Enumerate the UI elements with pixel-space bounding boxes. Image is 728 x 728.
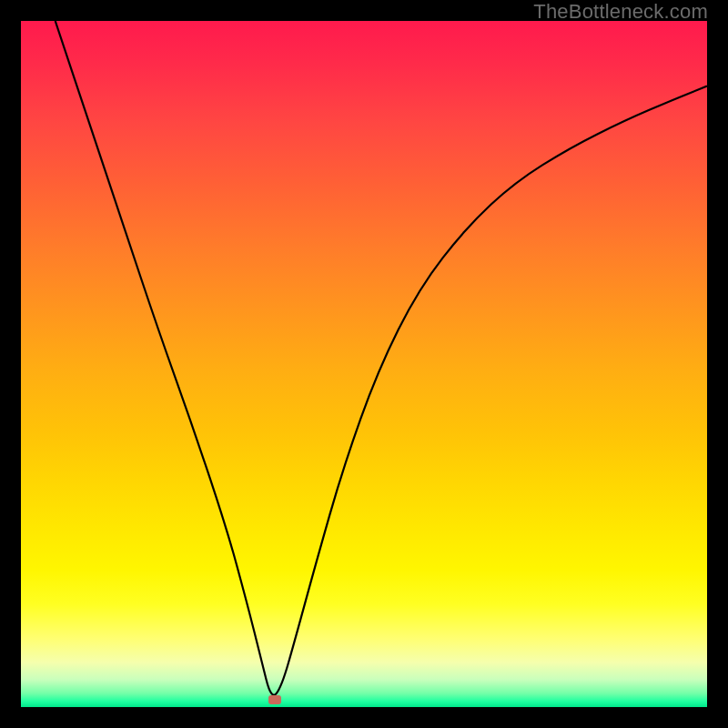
- optimal-marker: [268, 695, 281, 704]
- bottleneck-curve: [56, 21, 707, 695]
- chart-area: [21, 21, 707, 707]
- watermark-text: TheBottleneck.com: [533, 0, 708, 24]
- curve-svg: [21, 21, 707, 707]
